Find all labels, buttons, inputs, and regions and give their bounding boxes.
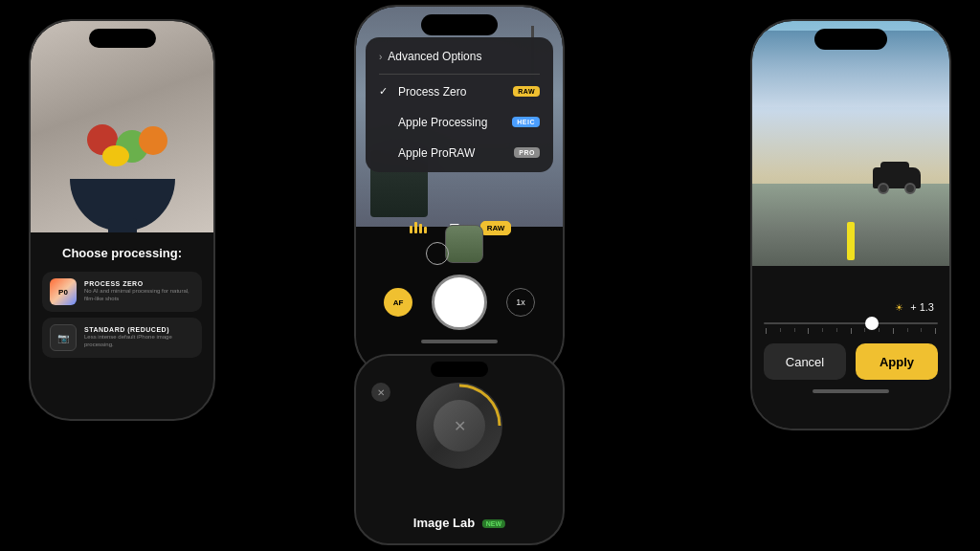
home-indicator-right xyxy=(813,389,889,393)
phone-center-top: › Advanced Options ✓ Process Zero RAW Ap… xyxy=(354,5,565,378)
tick xyxy=(907,328,908,332)
fruit-lemon xyxy=(102,145,129,166)
standard-icon: 📷 xyxy=(50,324,77,351)
thumbnail-preview[interactable] xyxy=(445,225,483,263)
notch-small xyxy=(431,362,488,377)
menu-item-advanced-options[interactable]: › Advanced Options xyxy=(366,41,553,72)
zoom-button[interactable]: 1x xyxy=(506,288,535,317)
notch-right xyxy=(814,29,887,50)
bars xyxy=(410,222,427,233)
jeep-wheel-right xyxy=(904,183,916,194)
tick xyxy=(893,328,894,334)
tick xyxy=(836,328,837,332)
standard-option[interactable]: 📷 STANDARD (REDUCED) Less intense defaul… xyxy=(42,318,202,358)
fruit-orange xyxy=(139,126,167,155)
landscape-photo xyxy=(752,21,949,279)
exposure-slider-container xyxy=(764,322,938,334)
menu-item-apple-processing[interactable]: Apple Processing HEIC xyxy=(366,107,553,138)
raw-badge: RAW xyxy=(513,86,540,97)
phone-center-bottom-screen: ✕ // Tick marks rendered via SVG inline xyxy=(356,356,563,543)
bar4 xyxy=(424,227,427,233)
focus-ring xyxy=(426,242,449,265)
bar3 xyxy=(419,224,422,233)
shutter-button[interactable] xyxy=(432,275,487,330)
process-zero-name: PROCESS ZERO xyxy=(84,280,194,287)
tick xyxy=(864,328,865,332)
heic-badge: HEIC xyxy=(512,117,540,127)
apple-processing-label: Apple Processing xyxy=(398,116,487,129)
processing-panel: Choose processing: P0 PROCESS ZERO No AI… xyxy=(31,232,213,419)
standard-desc: Less intense default iPhone image proces… xyxy=(84,334,194,349)
apply-button[interactable]: Apply xyxy=(856,343,938,380)
tick xyxy=(879,328,880,332)
advanced-options-label: Advanced Options xyxy=(388,50,481,63)
phone-right-screen: ☀ + 1.3 xyxy=(752,21,949,429)
tick xyxy=(822,328,823,332)
road-surface xyxy=(752,184,949,279)
exposure-value: ☀ + 1.3 xyxy=(895,301,934,313)
road-line xyxy=(847,222,855,260)
imagelab-label: Image Lab NEW xyxy=(413,516,505,530)
slider-track xyxy=(764,322,938,324)
notch-center xyxy=(421,14,498,35)
process-zero-option[interactable]: P0 PROCESS ZERO No AI and minimal proces… xyxy=(42,272,202,312)
imagelab-text: Image Lab xyxy=(413,516,475,530)
dial-container: // Tick marks rendered via SVG inline ✕ xyxy=(416,383,502,469)
phone-left: Choose processing: P0 PROCESS ZERO No AI… xyxy=(29,19,215,421)
phone-right: ☀ + 1.3 xyxy=(750,19,951,430)
jeep-silhouette xyxy=(873,165,921,198)
phone-center-bottom: ✕ // Tick marks rendered via SVG inline xyxy=(354,354,565,545)
process-zero-text: PROCESS ZERO No AI and minimal processin… xyxy=(84,280,194,303)
dial-outer[interactable]: // Tick marks rendered via SVG inline ✕ xyxy=(416,383,502,469)
tick xyxy=(780,328,781,332)
tick xyxy=(766,328,767,334)
arrow-icon: › xyxy=(379,52,382,62)
camera-dropdown-menu: › Advanced Options ✓ Process Zero RAW Ap… xyxy=(366,37,553,172)
fruit-bowl-image xyxy=(60,117,185,231)
slider-thumb[interactable] xyxy=(865,317,879,330)
tick xyxy=(808,328,809,334)
tick-marks xyxy=(764,328,938,334)
apple-proraw-label: Apple ProRAW xyxy=(398,146,475,160)
af-button[interactable]: AF xyxy=(384,288,412,317)
action-buttons: Cancel Apply xyxy=(764,343,938,380)
fruit-photo xyxy=(31,21,213,241)
menu-item-process-zero[interactable]: ✓ Process Zero RAW xyxy=(366,77,553,107)
tick xyxy=(851,328,852,334)
choose-processing-title: Choose processing: xyxy=(42,246,202,260)
tick xyxy=(794,328,795,332)
notch xyxy=(89,29,156,48)
phone-left-screen: Choose processing: P0 PROCESS ZERO No AI… xyxy=(31,21,213,419)
histogram-icon[interactable] xyxy=(408,219,429,236)
process-zero-desc: No AI and minimal processing for natural… xyxy=(84,288,194,303)
dial-inner: ✕ xyxy=(434,400,485,452)
raw-active-badge[interactable]: RAW xyxy=(480,221,512,235)
standard-name: STANDARD (REDUCED) xyxy=(84,326,194,333)
close-button[interactable]: ✕ xyxy=(371,383,390,402)
exposure-panel: ☀ + 1.3 xyxy=(752,266,949,429)
new-badge: NEW xyxy=(482,519,505,528)
bar2 xyxy=(414,222,417,233)
tick xyxy=(935,328,936,334)
standard-text: STANDARD (REDUCED) Less intense default … xyxy=(84,326,194,349)
bar1 xyxy=(410,226,412,233)
menu-divider-1 xyxy=(379,74,540,75)
cancel-button[interactable]: Cancel xyxy=(764,343,846,380)
dial-x-icon: ✕ xyxy=(454,417,466,435)
process-zero-icon: P0 xyxy=(50,278,77,305)
home-indicator xyxy=(421,340,498,343)
check-icon: ✓ xyxy=(379,85,392,98)
menu-item-apple-proraw[interactable]: Apple ProRAW PRO xyxy=(366,138,553,168)
phone-center-top-screen: › Advanced Options ✓ Process Zero RAW Ap… xyxy=(356,7,563,376)
shutter-row: AF 1x xyxy=(384,275,535,330)
pro-badge: PRO xyxy=(514,147,540,158)
jeep-wheel-left xyxy=(878,183,889,194)
exposure-number: + 1.3 xyxy=(910,301,934,313)
tick xyxy=(921,328,922,332)
process-zero-label: Process Zero xyxy=(398,85,466,99)
sun-icon: ☀ xyxy=(895,302,903,313)
